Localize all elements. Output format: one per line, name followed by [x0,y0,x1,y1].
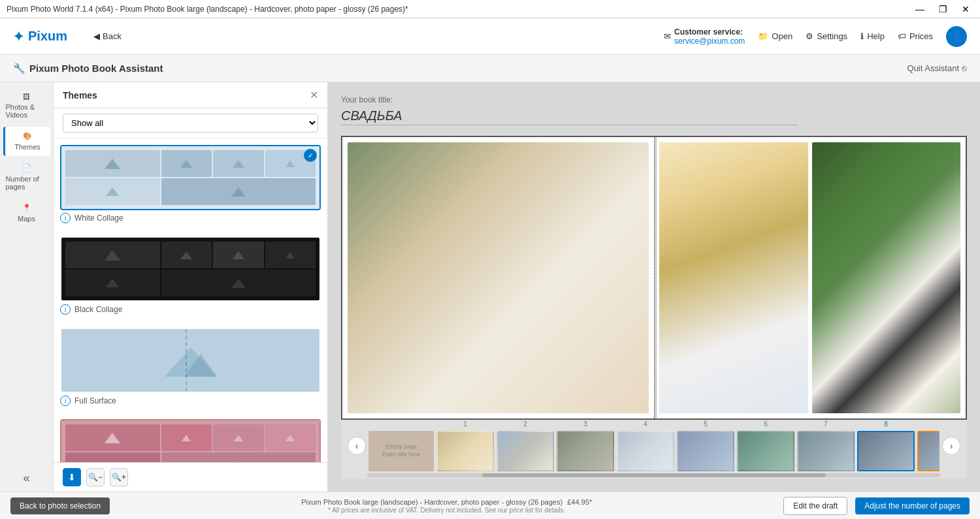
back-label: Back [103,31,122,41]
theme-item-white-collage[interactable]: ✓ i White Collage [60,145,321,226]
themes-bottom-bar: ⬇ 🔍− 🔍+ [54,462,327,492]
sidebar-pages-label: Number of pages [6,175,48,191]
prices-label: Prices [909,31,933,41]
svg-marker-14 [105,433,120,443]
download-theme-button[interactable]: ⬇ [63,468,81,486]
scroll-thumb[interactable] [482,473,826,477]
filmstrip-prev-button[interactable]: ‹ [348,437,366,455]
zoom-out-button[interactable]: 🔍− [86,468,105,486]
svg-marker-7 [106,279,119,287]
bottom-info: Pixum Photo Book large (landscape) - Har… [118,498,776,514]
svg-marker-15 [106,462,119,462]
title-bar-text: Pixum Photo World 7.1.4 (x64) - Pixum Ph… [7,5,408,14]
page-thumb-5[interactable]: 5 [677,431,734,471]
book-title-section: Your book title: [341,95,967,125]
user-avatar[interactable]: 👤 [946,26,967,47]
logo-star-icon: ✦ [13,29,24,44]
customer-service: ✉ Customer service: service@pixum.com [664,27,745,46]
svg-marker-9 [233,251,244,259]
filmstrip-next-button[interactable]: › [942,437,960,455]
svg-marker-2 [180,160,192,168]
assistant-title-text: Pixum Photo Book Assistant [29,63,163,74]
page-thumb-6[interactable]: 6 [737,431,794,471]
theme-thumb-full-surface [60,328,321,393]
zoom-in-button[interactable]: 🔍+ [110,468,128,486]
settings-icon: ⚙ [806,31,813,41]
themes-header: Themes ✕ [54,82,327,108]
theme-thumb-black-collage [60,236,321,302]
help-icon: ℹ [860,31,864,41]
adjust-pages-button[interactable]: Adjust the number of pages [855,497,970,514]
svg-marker-5 [231,187,246,197]
back-button[interactable]: ◀ Back [93,31,122,41]
quit-assistant-button[interactable]: Quit Assistant ⎋ [907,63,967,73]
sidebar-item-maps[interactable]: 📍 Maps [3,198,50,228]
theme-thumb-subtle-colours [60,419,321,462]
page-thumb-1[interactable]: 1 [436,431,494,471]
page-thumb-7[interactable]: 7 [797,431,855,471]
sidebar-item-photos-videos[interactable]: 🖼 Photos & Videos [3,87,50,124]
photo-couple-garden[interactable] [812,142,961,413]
sidebar-themes-label: Themes [14,143,41,151]
settings-button[interactable]: ⚙ Settings [806,31,847,41]
filmstrip-scroll: Empty page Enter title here 1 2 3 [368,420,939,471]
svg-marker-1 [106,187,119,196]
theme-item-full-surface[interactable]: i Full Surface [60,328,321,409]
book-title-input[interactable] [341,107,798,125]
prices-button[interactable]: 🏷 Prices [898,31,933,41]
close-window-button[interactable]: ✕ [958,3,973,16]
sidebar-item-pages[interactable]: 📄 Number of pages [3,159,50,196]
edit-draft-button[interactable]: Edit the draft [783,497,847,515]
theme-name-white-collage: i White Collage [60,210,321,226]
maps-icon: 📍 [22,204,31,212]
filmstrip: ‹ Empty page Enter title here 1 [341,420,967,472]
page-thumb-8[interactable]: 8 [857,431,915,471]
quit-label: Quit Assistant [907,63,959,73]
svg-marker-0 [105,159,120,169]
wrench-icon: 🔧 [13,63,25,74]
theme-name-black-collage: i Black Collage [60,302,321,317]
theme-thumb-white-collage: ✓ [60,145,321,210]
bottom-bar: Back to photo selection Pixum Photo Book… [0,492,980,519]
sidebar-collapse-button[interactable]: « [16,465,36,492]
theme-filter-select[interactable]: Show all Wedding Travel Family Nature [63,114,318,133]
theme-info-icon[interactable]: i [60,213,71,223]
themes-close-button[interactable]: ✕ [310,89,318,101]
sidebar-item-themes[interactable]: 🎨 Themes [3,127,50,156]
page-thumb-4[interactable]: 4 [617,431,674,471]
svg-marker-10 [286,252,295,259]
svg-marker-4 [286,161,295,167]
photo-couple-backlit[interactable] [659,142,808,413]
customer-email: service@pixum.com [674,37,745,46]
logo: ✦ Pixum [13,29,67,44]
sidebar-photos-label: Photos & Videos [6,103,48,119]
theme-item-black-collage[interactable]: i Black Collage [60,236,321,317]
themes-panel-title: Themes [63,90,97,101]
theme-selected-check: ✓ [304,149,317,162]
photos-icon: 🖼 [23,93,30,101]
svg-marker-11 [231,279,246,288]
page-thumb-cover[interactable]: Empty page Enter title here [368,431,434,471]
theme-info-icon-3[interactable]: i [60,396,71,406]
pages-icon: 📄 [22,164,31,172]
photo-bride[interactable] [348,142,649,413]
nav-bar: ✦ Pixum ◀ Back ✉ Customer service: servi… [0,18,980,55]
help-button[interactable]: ℹ Help [860,31,885,41]
maximize-button[interactable]: ❐ [935,3,951,16]
page-thumb-2[interactable]: 2 [497,431,554,471]
book-title-label: Your book title: [341,95,967,104]
open-button[interactable]: 📁 Open [758,31,792,41]
book-canvas [341,136,967,420]
theme-info-icon-2[interactable]: i [60,304,71,315]
scroll-track[interactable] [367,473,941,477]
product-price: £44.95* [567,498,592,506]
svg-marker-17 [234,435,243,441]
page-thumb-3[interactable]: 3 [557,431,614,471]
minimize-button[interactable]: — [911,3,928,16]
open-label: Open [772,31,792,41]
email-icon: ✉ [664,31,671,41]
theme-item-subtle-colours[interactable]: i Subtle Colours [60,419,321,462]
page-thumb-9[interactable]: 9 [917,431,939,471]
svg-marker-3 [233,160,244,168]
back-to-photo-selection-button[interactable]: Back to photo selection [10,497,110,514]
